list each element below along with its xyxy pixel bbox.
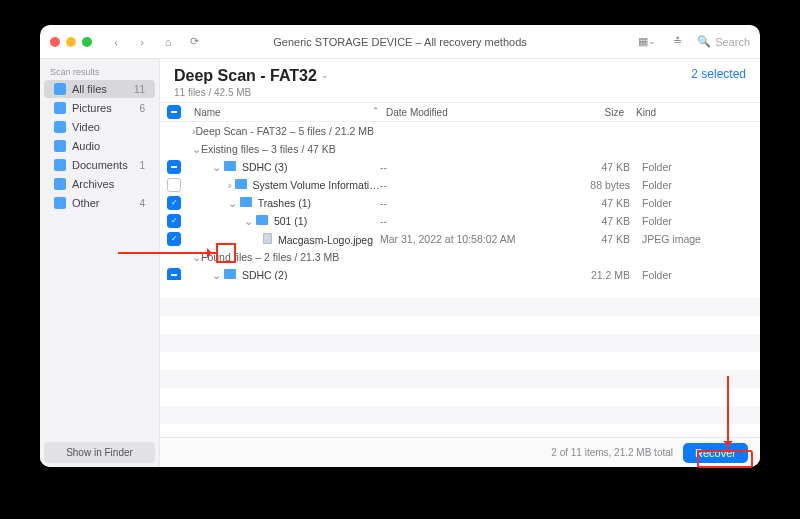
row-size: 47 KB bbox=[560, 161, 630, 173]
row-date: -- bbox=[380, 179, 560, 191]
row-date: -- bbox=[380, 197, 560, 209]
sidebar-item-count: 4 bbox=[139, 198, 145, 209]
traffic-lights bbox=[50, 37, 92, 47]
file-list: ›Deep Scan - FAT32 – 5 files / 21.2 MB⌄E… bbox=[160, 122, 760, 280]
recover-button[interactable]: Recover bbox=[683, 443, 748, 463]
row-checkbox[interactable] bbox=[167, 178, 181, 192]
row-kind: Folder bbox=[630, 215, 760, 227]
forward-button[interactable]: › bbox=[132, 32, 152, 52]
search-placeholder: Search bbox=[715, 36, 750, 48]
col-size[interactable]: Size bbox=[560, 107, 630, 118]
sidebar-item-count: 6 bbox=[139, 103, 145, 114]
section-row[interactable]: ⌄Existing files – 3 files / 47 KB bbox=[160, 140, 760, 158]
folder-icon bbox=[240, 197, 252, 207]
disclosure-icon[interactable]: › bbox=[228, 179, 232, 191]
file-row[interactable]: ⌄ Trashes (1)--47 KBFolder bbox=[160, 194, 760, 212]
category-icon bbox=[54, 197, 66, 209]
row-checkbox[interactable] bbox=[167, 232, 181, 246]
annotation-arrow-left bbox=[118, 252, 216, 254]
page-subtitle: 11 files / 42.5 MB bbox=[174, 87, 329, 98]
row-date: -- bbox=[380, 215, 560, 227]
folder-icon bbox=[224, 161, 236, 171]
file-row[interactable]: ⌄ SDHC (3)--47 KBFolder bbox=[160, 158, 760, 176]
disclosure-icon[interactable]: ⌄ bbox=[244, 215, 253, 227]
row-name: ⌄ SDHC (3) bbox=[188, 161, 380, 173]
sidebar-item-label: Pictures bbox=[72, 102, 112, 114]
row-size: 47 KB bbox=[560, 197, 630, 209]
footer-status: 2 of 11 items, 21.2 MB total bbox=[551, 447, 673, 458]
col-kind[interactable]: Kind bbox=[630, 107, 760, 118]
file-row[interactable]: ⌄ SDHC (2)21.2 MBFolder bbox=[160, 266, 760, 280]
row-name: ⌄Found files – 2 files / 21.3 MB bbox=[188, 251, 760, 263]
show-in-finder-button[interactable]: Show in Finder bbox=[44, 442, 155, 463]
row-checkbox[interactable] bbox=[167, 268, 181, 280]
row-date: Mar 31, 2022 at 10:58:02 AM bbox=[380, 233, 560, 245]
app-window: ‹ › ⌂ ⟳ Generic STORAGE DEVICE – All rec… bbox=[40, 25, 760, 467]
row-kind: Folder bbox=[630, 161, 760, 173]
sidebar-item-label: All files bbox=[72, 83, 107, 95]
disclosure-icon[interactable]: ⌄ bbox=[228, 197, 237, 209]
folder-icon bbox=[256, 215, 268, 225]
view-options-button[interactable]: ▦ ⌄ bbox=[637, 32, 657, 52]
sidebar-item-other[interactable]: Other4 bbox=[44, 194, 155, 212]
search-box[interactable]: 🔍 Search bbox=[697, 35, 750, 48]
category-icon bbox=[54, 83, 66, 95]
main-panel: Deep Scan - FAT32 ⌄ 11 files / 42.5 MB 2… bbox=[160, 59, 760, 467]
sidebar-item-all-files[interactable]: All files11 bbox=[44, 80, 155, 98]
sidebar-item-label: Other bbox=[72, 197, 100, 209]
section-row[interactable]: ›Deep Scan - FAT32 – 5 files / 21.2 MB bbox=[160, 122, 760, 140]
row-size: 47 KB bbox=[560, 215, 630, 227]
sidebar-item-label: Documents bbox=[72, 159, 128, 171]
row-kind: Folder bbox=[630, 179, 760, 191]
row-name: ⌄ SDHC (2) bbox=[188, 269, 380, 280]
row-size: 88 bytes bbox=[560, 179, 630, 191]
row-name: ⌄ Trashes (1) bbox=[188, 197, 380, 209]
zoom-icon[interactable] bbox=[82, 37, 92, 47]
row-checkbox[interactable] bbox=[167, 214, 181, 228]
sidebar-item-pictures[interactable]: Pictures6 bbox=[44, 99, 155, 117]
disclosure-icon[interactable]: › bbox=[192, 125, 196, 137]
file-row[interactable]: Macgasm-Logo.jpegMar 31, 2022 at 10:58:0… bbox=[160, 230, 760, 248]
select-all-checkbox[interactable] bbox=[167, 105, 181, 119]
row-size: 47 KB bbox=[560, 233, 630, 245]
row-kind: JPEG image bbox=[630, 233, 760, 245]
file-icon bbox=[263, 233, 272, 244]
category-icon bbox=[54, 178, 66, 190]
disclosure-icon[interactable]: ⌄ bbox=[212, 269, 221, 280]
filter-button[interactable]: ≛ bbox=[667, 32, 687, 52]
file-row[interactable]: ⌄ 501 (1)--47 KBFolder bbox=[160, 212, 760, 230]
file-row[interactable]: › System Volume Information (2)--88 byte… bbox=[160, 176, 760, 194]
chevron-down-icon[interactable]: ⌄ bbox=[321, 70, 329, 80]
back-button[interactable]: ‹ bbox=[106, 32, 126, 52]
row-name: ⌄Existing files – 3 files / 47 KB bbox=[188, 143, 760, 155]
titlebar: ‹ › ⌂ ⟳ Generic STORAGE DEVICE – All rec… bbox=[40, 25, 760, 59]
column-headers: Name ˆ Date Modified Size Kind bbox=[160, 102, 760, 122]
section-row[interactable]: ⌄Found files – 2 files / 21.3 MB bbox=[160, 248, 760, 266]
sidebar: Scan results All files11Pictures6VideoAu… bbox=[40, 59, 160, 467]
col-date[interactable]: Date Modified bbox=[380, 107, 560, 118]
empty-rows bbox=[160, 280, 760, 438]
sidebar-item-label: Archives bbox=[72, 178, 114, 190]
sidebar-item-archives[interactable]: Archives bbox=[44, 175, 155, 193]
disclosure-icon[interactable]: ⌄ bbox=[212, 161, 221, 173]
footer-bar: 2 of 11 items, 21.2 MB total Recover bbox=[160, 437, 760, 467]
minimize-icon[interactable] bbox=[66, 37, 76, 47]
row-name: Macgasm-Logo.jpeg bbox=[188, 233, 380, 246]
category-icon bbox=[54, 159, 66, 171]
category-icon bbox=[54, 102, 66, 114]
activity-button[interactable]: ⟳ bbox=[184, 32, 204, 52]
folder-icon bbox=[235, 179, 247, 189]
row-name: › System Volume Information (2) bbox=[188, 179, 380, 191]
close-icon[interactable] bbox=[50, 37, 60, 47]
row-checkbox[interactable] bbox=[167, 196, 181, 210]
row-checkbox[interactable] bbox=[167, 160, 181, 174]
search-icon: 🔍 bbox=[697, 35, 711, 48]
disclosure-icon[interactable]: ⌄ bbox=[192, 143, 201, 155]
sidebar-item-label: Audio bbox=[72, 140, 100, 152]
row-kind: Folder bbox=[630, 197, 760, 209]
col-name[interactable]: Name bbox=[188, 107, 368, 118]
home-button[interactable]: ⌂ bbox=[158, 32, 178, 52]
sidebar-item-audio[interactable]: Audio bbox=[44, 137, 155, 155]
sidebar-item-video[interactable]: Video bbox=[44, 118, 155, 136]
sidebar-item-documents[interactable]: Documents1 bbox=[44, 156, 155, 174]
